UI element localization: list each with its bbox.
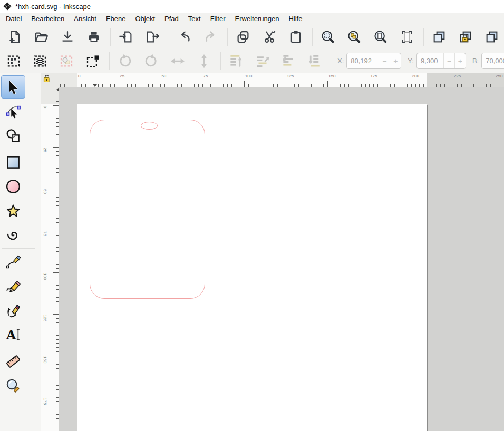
flip-horizontal-button[interactable]	[167, 51, 188, 71]
ruler-label: 175	[370, 74, 377, 79]
deselect-button[interactable]	[56, 51, 77, 71]
cut-button[interactable]	[259, 27, 280, 47]
zoom-tool-button[interactable]	[1, 374, 25, 397]
lower-button[interactable]	[278, 51, 299, 71]
pen-icon	[5, 254, 21, 270]
calligraphy-tool-button[interactable]	[1, 299, 25, 322]
new-document-button[interactable]	[4, 27, 25, 47]
ruler-tick	[77, 81, 77, 87]
node-tool-button[interactable]	[1, 100, 25, 123]
ruler-label: 175	[43, 398, 47, 405]
pen-tool-button[interactable]	[1, 250, 25, 273]
copy-button[interactable]	[232, 27, 254, 47]
zoom-selection-button[interactable]	[317, 27, 338, 47]
import-icon	[118, 29, 134, 45]
vertical-ruler[interactable]: 0255075100125150175	[41, 87, 59, 431]
y-plus-button[interactable]: +	[454, 53, 466, 68]
y-label: Y:	[408, 57, 414, 65]
measure-tool-button[interactable]	[1, 350, 25, 373]
menu-datei[interactable]: Datei	[1, 13, 26, 24]
pencil-tool-button[interactable]	[1, 275, 25, 298]
raise-button[interactable]	[252, 51, 273, 71]
selection-box-button[interactable]	[82, 51, 103, 71]
unlink-clone-button[interactable]	[481, 27, 502, 47]
star-tool-button[interactable]	[1, 199, 25, 222]
y-field-group: Y: 9,300 − +	[408, 53, 466, 69]
y-field[interactable]: 9,300 − +	[416, 53, 466, 69]
fit-page-button[interactable]	[396, 27, 418, 47]
copy-icon	[235, 29, 251, 45]
ellipse-tool-button[interactable]	[1, 175, 25, 198]
menu-erweiterungen[interactable]: Erweiterungen	[230, 13, 284, 24]
ruler-tick	[53, 147, 59, 148]
rotate-ccw-button[interactable]	[114, 51, 135, 71]
zoom-page-button[interactable]	[370, 27, 391, 47]
node-editor-icon	[5, 103, 21, 119]
inkscape-logo-icon	[3, 2, 12, 11]
x-field[interactable]: 80,192 − +	[346, 53, 401, 69]
ruler-label: 25	[120, 74, 124, 79]
select-all-icon	[6, 53, 22, 69]
export-button[interactable]	[142, 27, 163, 47]
zoom-drawing-button[interactable]	[344, 27, 365, 47]
print-button[interactable]	[83, 27, 104, 47]
open-document-button[interactable]	[31, 27, 52, 47]
card-ellipse-shape[interactable]	[141, 122, 158, 130]
ruler-label: 50	[43, 189, 47, 194]
redo-button[interactable]	[200, 27, 221, 47]
shape-builder-tool-button[interactable]	[1, 124, 25, 147]
new-document-icon	[7, 29, 23, 45]
spiral-icon	[5, 227, 21, 243]
select-all-button[interactable]	[3, 51, 24, 71]
ruler-label: 100	[245, 74, 252, 79]
paste-button[interactable]	[285, 27, 306, 47]
ruler-label: 125	[287, 74, 294, 79]
ellipse-icon	[5, 179, 21, 194]
selector-tool-button[interactable]	[1, 75, 25, 99]
rectangle-icon	[5, 154, 21, 170]
star-icon	[5, 203, 21, 219]
b-value[interactable]: 70,000	[482, 53, 504, 68]
ruler-corner[interactable]	[41, 73, 53, 87]
x-minus-button[interactable]: −	[379, 53, 390, 68]
pencil-icon	[5, 278, 21, 294]
rectangle-tool-button[interactable]	[1, 151, 25, 174]
ruler-label: 125	[43, 315, 47, 321]
drawing-canvas[interactable]	[59, 87, 504, 431]
b-label: B:	[472, 57, 479, 65]
zoom-drawing-icon	[346, 29, 362, 45]
raise-to-top-icon	[228, 53, 244, 69]
y-minus-button[interactable]: −	[443, 53, 454, 68]
rotate-cw-button[interactable]	[141, 51, 162, 71]
ruler-tick	[327, 81, 328, 87]
menu-text[interactable]: Text	[183, 13, 206, 24]
card-rectangle-shape[interactable]	[90, 120, 205, 299]
save-document-button[interactable]	[57, 27, 78, 47]
spiral-tool-button[interactable]	[1, 223, 25, 247]
menu-bearbeiten[interactable]: Bearbeiten	[26, 13, 69, 24]
flip-vertical-button[interactable]	[193, 51, 215, 71]
raise-to-top-button[interactable]	[226, 51, 247, 71]
title-bar: *hxh-card.svg - Inkscape	[0, 0, 504, 13]
menu-objekt[interactable]: Objekt	[130, 13, 160, 24]
duplicate-button[interactable]	[429, 27, 450, 47]
menu-ansicht[interactable]: Ansicht	[69, 13, 101, 24]
undo-button[interactable]	[174, 27, 195, 47]
menu-hilfe[interactable]: Hilfe	[284, 13, 307, 24]
menu-ebene[interactable]: Ebene	[101, 13, 131, 24]
text-tool-button[interactable]: A	[1, 323, 25, 346]
ruler-tick	[53, 356, 59, 356]
ruler-tick	[53, 314, 59, 315]
y-value[interactable]: 9,300	[417, 53, 443, 68]
menu-filter[interactable]: Filter	[206, 13, 230, 24]
menu-pfad[interactable]: Pfad	[160, 13, 183, 24]
x-plus-button[interactable]: +	[390, 53, 401, 68]
b-field[interactable]: 70,000	[481, 53, 504, 69]
lower-to-bottom-button[interactable]	[305, 51, 326, 71]
horizontal-ruler[interactable]: 0255075100125150175200225250	[53, 73, 504, 87]
select-all-layers-button[interactable]	[30, 51, 51, 71]
window-title: *hxh-card.svg - Inkscape	[15, 3, 91, 11]
import-button[interactable]	[115, 27, 137, 47]
clone-button[interactable]	[455, 27, 476, 47]
x-value[interactable]: 80,192	[347, 53, 379, 68]
